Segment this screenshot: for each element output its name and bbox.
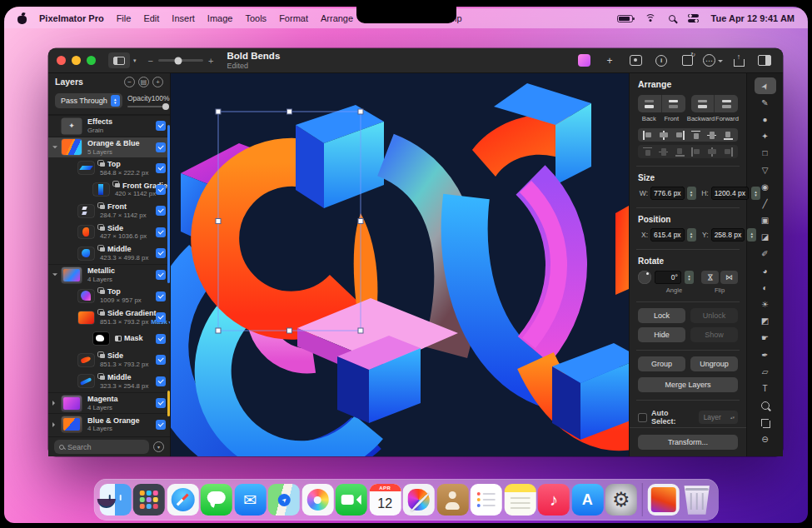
dock-mail[interactable]: ✉ [234,484,266,516]
y-field[interactable]: 258.8 px [711,228,745,242]
layer-thumbnail[interactable] [78,290,94,302]
dock-downloads-stack[interactable] [647,484,679,516]
zoom-out-icon[interactable]: − [148,56,153,66]
layer-side-gradient[interactable]: Side Gradient 851.3 × 793.2 pxMask [48,306,170,328]
opacity-slider[interactable] [127,106,170,107]
visibility-checkbox[interactable] [156,376,166,386]
info-button[interactable]: i [651,52,671,68]
magic-wand-tool[interactable]: ✦ [755,128,776,145]
visibility-checkbox[interactable] [156,312,166,322]
angle-field[interactable]: 0° [655,271,681,284]
group-button[interactable]: Group [638,356,685,371]
align-bottom-icon[interactable] [723,131,734,140]
dock-launchpad[interactable] [133,484,165,516]
lasso-tool[interactable]: ▽ [755,162,776,178]
layer-thumbnail[interactable] [78,375,94,387]
flip-vertical-button[interactable]: ⋈ [701,271,719,284]
zoom-in-icon[interactable]: + [208,56,213,66]
layer-effects[interactable]: Effects Grain [48,115,170,137]
fill-tool[interactable]: ▣ [755,212,776,229]
layer-front-gradient[interactable]: Front Gradient 420 × 1142 px [48,179,170,201]
layer-side-1[interactable]: Side 427 × 1036.6 px [48,222,170,243]
slice-tool[interactable]: ⊖ [755,431,776,447]
layer-middle-2[interactable]: Middle 323.3 × 254.8 px [48,371,170,392]
distribute-right-icon[interactable] [723,147,734,157]
dock-music[interactable]: ♪ [538,484,570,516]
visibility-checkbox[interactable] [156,334,166,344]
add-button[interactable]: + [600,52,620,68]
dock-finder[interactable] [99,484,131,516]
distribute-top-icon[interactable] [642,147,653,157]
sidebar-chevron-icon[interactable]: ▾ [133,57,137,64]
layer-thumbnail[interactable] [62,139,82,155]
disclosure-chevron-icon[interactable] [52,422,57,427]
distribute-bottom-icon[interactable] [675,147,685,157]
layer-group-metallic[interactable]: Metallic 4 Layers [48,264,170,286]
apple-menu-icon[interactable] [17,13,27,24]
ungroup-button[interactable]: Ungroup [690,356,738,371]
blend-mode-stepper-icon[interactable]: ▴▾ [111,95,120,107]
align-right-icon[interactable] [675,131,685,140]
zoom-slider[interactable]: − + [148,56,214,66]
layer-thumbnail[interactable] [78,247,94,260]
color-adjust-tool[interactable]: ◉ [755,178,776,195]
zoom-track[interactable] [158,59,203,62]
bring-forward-button[interactable] [714,95,738,112]
layer-thumbnail[interactable] [62,396,82,411]
collapse-layers-button[interactable]: − [124,77,135,87]
visibility-checkbox[interactable] [156,355,166,365]
sharpen-tool[interactable]: ☀ [755,296,776,312]
distribute-hcenter-icon[interactable] [706,147,717,157]
pen-tool[interactable]: ✒ [755,346,776,363]
layer-filter-button[interactable]: ▤ [138,77,149,87]
sidebar-toggle-button[interactable] [108,52,130,68]
auto-select-checkbox[interactable] [638,413,647,422]
menu-file[interactable]: File [117,13,132,23]
layer-thumbnail[interactable] [62,416,82,432]
layer-thumbnail[interactable] [62,118,82,134]
layer-front[interactable]: Front 284.7 × 1142 px [48,200,170,222]
type-tool[interactable]: T [755,380,776,396]
add-layer-button[interactable]: + [152,77,163,87]
visibility-checkbox[interactable] [156,206,166,216]
layer-middle-1[interactable]: Middle 423.3 × 499.8 px [48,243,170,265]
auto-select-dropdown[interactable]: Layer ▴▾ [699,411,738,424]
transform-button[interactable]: Transform... [638,435,738,450]
close-button[interactable] [57,56,66,65]
disclosure-chevron-icon[interactable] [52,274,57,279]
align-vcenter-icon[interactable] [706,131,717,140]
dock-system-settings[interactable]: ⚙ [605,484,637,516]
layer-top-2[interactable]: Top 1009 × 957 px [48,286,170,307]
menu-edit[interactable]: Edit [143,13,159,23]
search-filter-button[interactable]: ▾ [153,441,164,452]
dock-maps[interactable] [268,484,300,516]
dock-calendar[interactable]: APR 12 [369,484,401,516]
dock-facetime[interactable] [336,484,367,516]
menu-tools[interactable]: Tools [245,13,267,23]
smudge-tool[interactable]: ◩ [755,313,776,330]
menu-arrange[interactable]: Arrange [321,13,353,23]
layer-thumbnail[interactable] [62,267,82,283]
layer-thumbnail[interactable] [93,332,109,345]
dock-photos[interactable] [301,484,333,516]
eraser-tool[interactable]: ◪ [755,229,776,246]
zoom-tool[interactable] [755,397,776,414]
layer-side-2[interactable]: Side 851.3 × 793.2 px [48,350,170,371]
layer-top-1[interactable]: Top 584.8 × 222.2 px [48,157,170,179]
visibility-checkbox[interactable] [156,185,166,195]
more-tools-button[interactable] [703,52,723,68]
dock-pixelmator-pro[interactable] [403,484,435,516]
hide-button[interactable]: Hide [638,327,685,342]
send-backward-button[interactable] [691,95,715,112]
wifi-icon[interactable] [645,14,656,23]
bring-to-front-button[interactable] [661,95,685,112]
angle-stepper[interactable]: ▴▾ [685,271,694,284]
align-hcenter-icon[interactable] [658,131,669,140]
visibility-checkbox[interactable] [156,163,166,173]
battery-icon[interactable] [617,15,633,22]
menu-format[interactable]: Format [279,13,308,23]
distribute-left-icon[interactable] [690,147,701,157]
visibility-checkbox[interactable] [156,248,166,258]
dock-reminders[interactable] [471,484,502,516]
canvas[interactable] [171,73,629,456]
